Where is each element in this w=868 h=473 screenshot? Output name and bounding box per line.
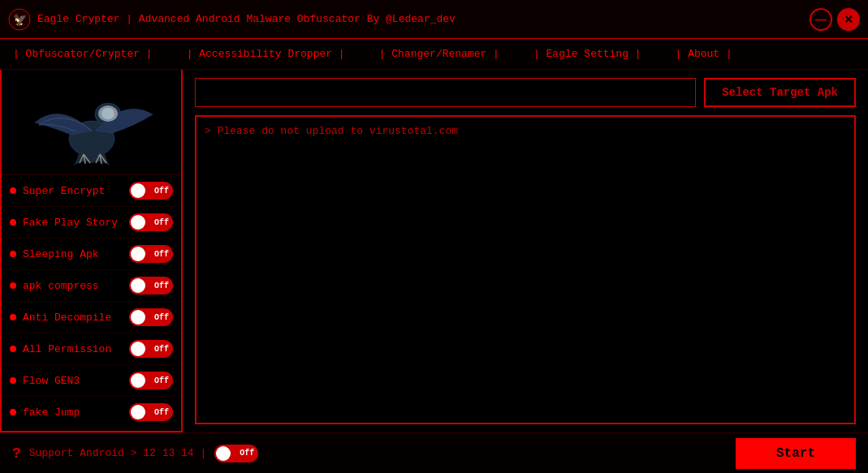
sidebar-logo (2, 70, 181, 175)
toggle-knob (131, 373, 145, 388)
dot-icon (10, 409, 16, 415)
sidebar-item-fake-jump: fake Jump Off (2, 397, 181, 428)
sidebar-item-enable-junk: Enable Junk Off (2, 428, 181, 432)
dot-icon (10, 346, 16, 352)
toggle-anti-decompile[interactable]: Off (129, 308, 173, 326)
nav-obfuscator[interactable]: | Obfuscator/Crypter | (8, 45, 158, 63)
toggle-label-fake-play-story: Off (154, 218, 169, 227)
toggle-knob (131, 247, 145, 261)
bottom-left: ? Support Android > 12 13 14 | Off (12, 445, 258, 462)
toggle-apk-compress[interactable]: Off (129, 277, 173, 295)
item-label-apk-compress: apk compress (23, 280, 99, 292)
minimize-button[interactable]: — (810, 8, 832, 31)
help-icon[interactable]: ? (12, 445, 21, 462)
dot-icon (10, 219, 16, 226)
sidebar-item-apk-compress: apk compress Off (2, 270, 181, 302)
sidebar: Super Encrypt Off Fake Play Story Off Sl… (0, 70, 183, 432)
select-apk-button[interactable]: Select Target Apk (704, 78, 856, 107)
toggle-sleeping-apk[interactable]: Off (129, 245, 173, 263)
toggle-knob (131, 342, 145, 356)
android-support-label: Support Android > 12 13 14 | (29, 447, 206, 459)
output-text: > Please do not upload to virustotal.com (205, 125, 458, 137)
file-row: Select Target Apk (195, 78, 856, 107)
bottombar: ? Support Android > 12 13 14 | Off Start (0, 432, 868, 473)
item-label-super-encrypt: Super Encrypt (23, 185, 105, 197)
toggle-flow-gen3[interactable]: Off (129, 372, 173, 389)
toggle-label-anti-decompile: Off (154, 313, 169, 322)
toggle-label-sleeping-apk: Off (154, 250, 169, 259)
file-path-input[interactable] (195, 78, 696, 107)
toggle-fake-play-story[interactable]: Off (129, 213, 173, 231)
svg-point-7 (101, 108, 114, 119)
sidebar-item-anti-decompile: Anti Decompile Off (2, 302, 181, 333)
sidebar-item-sleeping-apk: Sleeping Apk Off (2, 239, 181, 270)
titlebar: 🦅 Eagle Crypter | Advanced Android Malwa… (0, 0, 868, 39)
sidebar-item-fake-play-story: Fake Play Story Off (2, 207, 181, 239)
nav-about[interactable]: | About | (671, 45, 737, 63)
app-icon: 🦅 (8, 8, 31, 31)
titlebar-left: 🦅 Eagle Crypter | Advanced Android Malwa… (8, 8, 456, 31)
output-area: > Please do not upload to virustotal.com (195, 115, 856, 424)
item-label-sleeping-apk: Sleeping Apk (23, 248, 99, 260)
window-controls: — ✕ (810, 8, 860, 31)
navbar: | Obfuscator/Crypter | | Accessibility D… (0, 39, 868, 70)
dot-icon (10, 314, 16, 320)
toggle-super-encrypt[interactable]: Off (129, 182, 173, 200)
main-layout: Super Encrypt Off Fake Play Story Off Sl… (0, 70, 868, 432)
toggle-knob (131, 183, 145, 198)
item-label-all-permission: All Permission (23, 343, 111, 355)
dot-icon (10, 377, 16, 384)
content-area: Select Target Apk > Please do not upload… (183, 70, 868, 432)
toggle-knob (131, 215, 145, 230)
app-title: Eagle Crypter | Advanced Android Malware… (37, 13, 456, 25)
toggle-label-super-encrypt: Off (154, 187, 169, 196)
android-toggle[interactable]: Off (214, 445, 258, 462)
toggle-label-android: Off (240, 449, 254, 458)
sidebar-item-all-permission: All Permission Off (2, 333, 181, 365)
svg-text:🦅: 🦅 (13, 13, 28, 27)
nav-changer[interactable]: | Changer/Renamer | (374, 45, 504, 63)
item-label-anti-decompile: Anti Decompile (23, 312, 111, 324)
toggle-fake-jump[interactable]: Off (129, 403, 173, 421)
close-button[interactable]: ✕ (837, 8, 860, 31)
item-label-flow-gen3: Flow GEN3 (23, 375, 80, 387)
item-label-fake-jump: fake Jump (23, 406, 80, 419)
start-button[interactable]: Start (736, 438, 856, 469)
toggle-label-all-permission: Off (154, 345, 169, 354)
nav-eagle-setting[interactable]: | Eagle Setting | (529, 45, 646, 63)
toggle-knob (131, 310, 145, 325)
sidebar-item-super-encrypt: Super Encrypt Off (2, 175, 181, 207)
eagle-logo (27, 78, 157, 167)
dot-icon (10, 251, 16, 257)
item-label-fake-play-story: Fake Play Story (23, 217, 118, 229)
dot-icon (10, 282, 16, 289)
toggle-knob (131, 405, 145, 419)
nav-accessibility[interactable]: | Accessibility Dropper | (182, 45, 350, 63)
toggle-knob (131, 278, 145, 293)
dot-icon (10, 187, 16, 194)
toggle-label-fake-jump: Off (154, 408, 169, 417)
sidebar-item-flow-gen3: Flow GEN3 Off (2, 365, 181, 397)
toggle-label-apk-compress: Off (154, 282, 169, 290)
toggle-label-flow-gen3: Off (154, 376, 169, 385)
toggle-all-permission[interactable]: Off (129, 340, 173, 358)
toggle-knob (216, 446, 231, 461)
